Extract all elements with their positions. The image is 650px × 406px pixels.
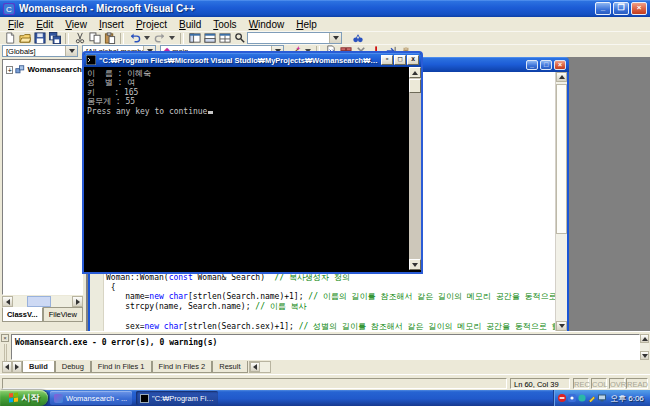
console-vertical-scrollbar[interactable]: [409, 67, 421, 270]
editor-maximize-button[interactable]: □: [540, 60, 552, 70]
tree-expand-icon[interactable]: +: [6, 66, 13, 74]
scrollbar-thumb[interactable]: [409, 79, 421, 93]
output-close-button[interactable]: ×: [1, 334, 9, 342]
console-output: 이 름 : 이혜숙성 별 : 여키 : 165몸무게 : 55Press any…: [84, 67, 421, 118]
code-area[interactable]: Woman::Woman(const Woman& Search) // 복사생…: [106, 273, 569, 331]
cursor-position-panel: Ln 60, Col 39: [510, 378, 570, 389]
menu-item-tools[interactable]: Tools: [207, 19, 242, 30]
output-tab-find-in-files-2[interactable]: Find in Files 2: [152, 361, 213, 373]
tray-ime-pen-icon[interactable]: [588, 394, 596, 402]
start-button[interactable]: 시작: [0, 390, 48, 406]
class-combobox-value: [Globals]: [6, 47, 36, 56]
menu-item-view[interactable]: View: [59, 19, 93, 30]
tray-display-icon[interactable]: [598, 394, 606, 402]
scroll-down-button[interactable]: [556, 321, 567, 331]
redo-dropdown-arrow[interactable]: [169, 36, 175, 40]
menu-item-help[interactable]: Help: [290, 19, 323, 30]
find-in-files-button[interactable]: [232, 32, 247, 45]
workspace-pane-button[interactable]: [187, 32, 202, 45]
undo-dropdown-arrow[interactable]: [144, 36, 150, 40]
scroll-down-button[interactable]: [640, 351, 649, 360]
tray-security-icon[interactable]: [558, 394, 566, 402]
menu-item-edit[interactable]: Edit: [30, 19, 59, 30]
find-combobox-dropdown[interactable]: [329, 33, 341, 43]
windows-flag-icon: [9, 392, 19, 403]
editor-vertical-scrollbar[interactable]: [555, 72, 567, 331]
standard-toolbar: [0, 31, 650, 44]
menu-item-file[interactable]: File: [2, 19, 30, 30]
output-tab-build[interactable]: Build: [22, 361, 55, 373]
menu-item-project[interactable]: Project: [130, 19, 173, 30]
scrollbar-thumb[interactable]: [27, 296, 51, 307]
redo-button[interactable]: [152, 32, 167, 45]
output-tab-result[interactable]: Result: [212, 361, 247, 373]
scroll-down-button[interactable]: [409, 259, 421, 270]
new-file-button[interactable]: [2, 32, 17, 45]
console-line: 이 름 : 이혜숙: [87, 69, 418, 78]
status-indicator-rec: REC: [573, 378, 589, 389]
editor-close-button[interactable]: ×: [554, 60, 566, 70]
console-titlebar[interactable]: "C:₩Program Files₩Microsoft Visual Studi…: [84, 53, 421, 67]
output-vertical-scrollbar[interactable]: [640, 334, 649, 360]
workspace-tab-fileview[interactable]: FileView: [43, 307, 84, 322]
window-list-button[interactable]: [217, 32, 232, 45]
tray-network-icon[interactable]: [578, 394, 586, 402]
cut-button[interactable]: [72, 32, 87, 45]
output-content[interactable]: Womansearch.exe - 0 error(s), 0 warning(…: [11, 334, 640, 360]
search-in-files-button[interactable]: [350, 32, 365, 45]
tree-root-label: Womansearch: [27, 65, 82, 74]
undo-button[interactable]: [127, 32, 142, 45]
class-combobox-dropdown[interactable]: [65, 46, 77, 56]
workspace-tab-classv[interactable]: ClassV...: [2, 307, 43, 322]
console-minimize-button[interactable]: -: [381, 55, 393, 65]
maximize-button[interactable]: ❐: [613, 2, 629, 15]
console-maximize-button[interactable]: □: [394, 55, 406, 65]
output-tab-find-in-files-1[interactable]: Find in Files 1: [91, 361, 152, 373]
find-in-files-icon: [234, 32, 246, 44]
menu-item-insert[interactable]: Insert: [93, 19, 130, 30]
workspace-horizontal-scrollbar[interactable]: [2, 296, 83, 307]
tree-root-row[interactable]: + Womansearch: [6, 64, 82, 75]
menu-item-build[interactable]: Build: [173, 19, 207, 30]
find-combobox[interactable]: [247, 32, 342, 44]
window-title: Womansearch - Microsoft Visual C++: [19, 3, 593, 14]
open-button[interactable]: [17, 32, 32, 45]
code-line: strcpy(name, Search.name); // 이름 복사: [106, 302, 569, 312]
console-client-area[interactable]: 이 름 : 이혜숙성 별 : 여키 : 165몸무게 : 55Press any…: [84, 67, 421, 270]
scroll-up-button[interactable]: [640, 334, 649, 343]
class-combobox[interactable]: [Globals]: [2, 45, 78, 57]
scroll-up-button[interactable]: [409, 67, 421, 78]
tab-scroll-left-button[interactable]: [2, 361, 12, 373]
tray-messenger-icon[interactable]: [568, 394, 576, 402]
output-grip-handle[interactable]: [4, 344, 7, 362]
output-pane-button[interactable]: [202, 32, 217, 45]
tab-horizontal-scrollbar[interactable]: [249, 361, 271, 373]
tab-scroll-right-button[interactable]: [12, 361, 22, 373]
scroll-up-button[interactable]: [556, 72, 567, 82]
menu-item-window[interactable]: Window: [243, 19, 291, 30]
workspace-tabs: ClassV...FileView: [2, 307, 83, 322]
task-label: Womansearch - ...: [66, 394, 127, 403]
output-tab-debug[interactable]: Debug: [55, 361, 91, 373]
copy-button[interactable]: [87, 32, 102, 45]
scroll-right-button[interactable]: [72, 296, 83, 307]
scroll-left-button[interactable]: [2, 296, 13, 307]
console-close-button[interactable]: x: [407, 55, 419, 65]
console-app-icon: [86, 55, 96, 65]
copy-icon: [89, 32, 101, 44]
code-line: [106, 312, 569, 322]
taskbar-task-2[interactable]: "C:₩Program File...: [136, 391, 218, 405]
paste-button[interactable]: [102, 32, 117, 45]
scrollbar-thumb[interactable]: [556, 84, 567, 234]
editor-minimize-button[interactable]: _: [526, 60, 538, 70]
minimize-button[interactable]: _: [595, 2, 611, 15]
output-grip: ×: [1, 334, 10, 361]
save-button[interactable]: [32, 32, 47, 45]
close-button[interactable]: ×: [631, 2, 647, 15]
status-indicator-read: READ: [626, 378, 648, 389]
save-all-icon: [49, 32, 61, 44]
status-bar: Ln 60, Col 39 RECCOLOVRREAD: [0, 374, 650, 391]
save-all-button[interactable]: [47, 32, 62, 45]
build-result-message: Womansearch.exe - 0 error(s), 0 warning(…: [12, 335, 639, 350]
taskbar-task-1[interactable]: Womansearch - ...: [50, 391, 132, 405]
